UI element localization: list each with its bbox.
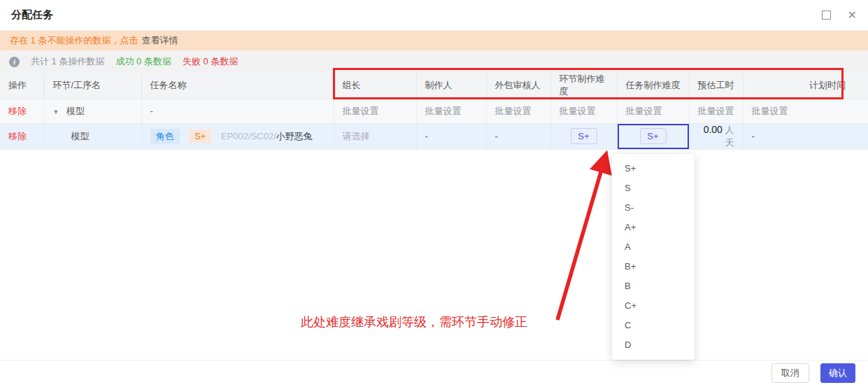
- collapse-caret-icon[interactable]: ▼: [53, 108, 59, 115]
- summary-total: 共计 1 条操作数据: [31, 55, 104, 68]
- leader-select[interactable]: 请选择: [343, 131, 370, 141]
- group-row-model: 移除 ▼ 模型 - 批量设置 批量设置 批量设置 批量设置 批量设置 批量设置 …: [0, 99, 868, 123]
- summary-fail: 失败 0 条数据: [183, 55, 238, 68]
- dropdown-option[interactable]: S: [612, 178, 695, 198]
- task-difficulty-cell: S+: [617, 123, 689, 149]
- batch-set-estimate[interactable]: 批量设置: [698, 106, 734, 116]
- task-row: 移除 模型 角色 S+ EP002/SC02/小野恶兔 请选择 - - S+ S…: [0, 123, 868, 149]
- col-estimate: 预估工时: [689, 73, 743, 99]
- batch-set-leader[interactable]: 批量设置: [343, 106, 379, 116]
- col-stage-difficulty: 环节制作难度: [550, 73, 617, 99]
- batch-set-reviewer[interactable]: 批量设置: [495, 106, 532, 116]
- dropdown-option[interactable]: A+: [612, 218, 695, 237]
- col-stage-name: 环节/工序名: [44, 73, 141, 99]
- dialog-titlebar: 分配任务 ✕: [0, 0, 868, 31]
- batch-set-stage-difficulty[interactable]: 批量设置: [560, 106, 596, 116]
- estimate-value: 0.00: [704, 124, 723, 135]
- group-task-name: -: [141, 99, 334, 123]
- plan-time-value: -: [743, 123, 868, 149]
- task-path-prefix: EP002/SC02/: [221, 131, 276, 141]
- outsource-reviewer-value: -: [486, 123, 550, 149]
- col-task-difficulty: 任务制作难度: [617, 73, 689, 99]
- col-outsource-reviewer: 外包审核人: [486, 73, 550, 99]
- remove-group-button[interactable]: 移除: [8, 106, 27, 116]
- task-table: 操作 环节/工序名 任务名称 组长 制作人 外包审核人 环节制作难度 任务制作难…: [0, 73, 868, 150]
- dropdown-option[interactable]: D: [612, 335, 695, 355]
- remove-task-button[interactable]: 移除: [8, 131, 27, 141]
- annotation-arrow-icon: [546, 140, 619, 329]
- maximize-icon[interactable]: [822, 10, 831, 20]
- batch-set-plan-time[interactable]: 批量设置: [752, 106, 788, 116]
- dropdown-option[interactable]: A: [612, 237, 695, 257]
- batch-set-task-difficulty[interactable]: 批量设置: [626, 106, 662, 116]
- warning-message: 存在 1 条不能操作的数据，点击: [10, 34, 138, 47]
- cancel-button[interactable]: 取消: [771, 363, 809, 383]
- dialog-title: 分配任务: [11, 8, 53, 22]
- dropdown-option[interactable]: S-: [612, 198, 695, 218]
- annotation-text: 此处难度继承戏剧等级，需环节手动修正: [301, 314, 527, 330]
- maker-value: -: [416, 123, 486, 149]
- group-name: 模型: [66, 106, 85, 116]
- summary-bar: i 共计 1 条操作数据 成功 0 条数据 失败 0 条数据: [0, 50, 868, 73]
- confirm-button[interactable]: 确认: [820, 363, 855, 383]
- task-difficulty-select[interactable]: S+: [640, 128, 667, 144]
- warning-banner: 存在 1 条不能操作的数据，点击 查看详情: [0, 31, 868, 50]
- difficulty-dropdown: S+ S S- A+ A B+ B C+ C D: [612, 154, 695, 360]
- col-maker: 制作人: [416, 73, 486, 99]
- dialog-footer: 取消 确认: [0, 360, 868, 385]
- summary-success: 成功 0 条数据: [115, 55, 171, 68]
- view-details-link[interactable]: 查看详情: [141, 34, 178, 47]
- window-controls: ✕: [822, 10, 857, 21]
- stage-difficulty-select[interactable]: S+: [571, 128, 597, 144]
- col-task-name: 任务名称: [141, 73, 334, 99]
- estimate-unit: 人天: [725, 125, 734, 148]
- dropdown-option[interactable]: C: [612, 316, 695, 335]
- table-header-row: 操作 环节/工序名 任务名称 组长 制作人 外包审核人 环节制作难度 任务制作难…: [0, 73, 868, 99]
- role-tag: 角色: [150, 129, 180, 144]
- col-plan-time: 计划时间: [743, 73, 868, 99]
- grade-tag: S+: [189, 130, 211, 143]
- task-name: 小野恶兔: [276, 131, 313, 141]
- col-action: 操作: [0, 73, 44, 99]
- assign-task-dialog: 分配任务 ✕ 存在 1 条不能操作的数据，点击 查看详情 i 共计 1 条操作数…: [0, 0, 868, 385]
- task-stage-name: 模型: [53, 130, 90, 143]
- dropdown-option[interactable]: C+: [612, 296, 695, 316]
- close-icon[interactable]: ✕: [848, 10, 857, 21]
- dropdown-option[interactable]: B: [612, 276, 695, 296]
- info-icon: i: [9, 57, 20, 67]
- col-leader: 组长: [334, 73, 416, 99]
- batch-set-maker[interactable]: 批量设置: [425, 106, 462, 116]
- dropdown-option[interactable]: S+: [612, 159, 695, 178]
- dropdown-option[interactable]: B+: [612, 257, 695, 276]
